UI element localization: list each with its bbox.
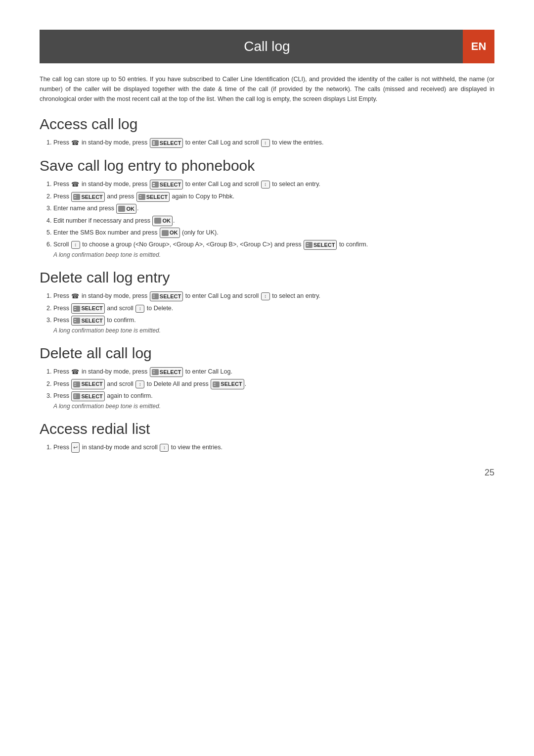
note-text: A long confirmation beep tone is emitted… (53, 326, 494, 335)
redial-icon: ↩ (71, 442, 80, 453)
select-icon (73, 381, 80, 387)
handset-icon: ☎ (71, 291, 79, 302)
section-title-delete-all-call-log: Delete all call log (40, 345, 494, 362)
select-button-label: SELECT (304, 240, 337, 250)
access-call-log-steps: Press ☎ in stand-by mode, press SELECT t… (53, 138, 494, 148)
ok-button-label: OK (116, 204, 136, 214)
section-access-redial: Access redial list Press ↩ in stand-by m… (40, 421, 494, 453)
list-item: Press ☎ in stand-by mode, press SELECT t… (53, 179, 494, 190)
section-access-call-log: Access call log Press ☎ in stand-by mode… (40, 116, 494, 148)
access-redial-steps: Press ↩ in stand-by mode and scroll ↕ to… (53, 442, 494, 453)
delete-call-log-steps: Press ☎ in stand-by mode, press SELECT t… (53, 291, 494, 336)
list-item: Press ☎ in stand-by mode, press SELECT t… (53, 291, 494, 302)
select-button-label: SELECT (71, 303, 104, 314)
select-icon (306, 242, 312, 248)
handset-icon: ☎ (71, 138, 79, 148)
select-icon (152, 293, 159, 299)
intro-text: The call log can store up to 50 entries.… (40, 74, 494, 104)
select-icon (73, 318, 80, 324)
select-icon (213, 381, 220, 387)
page-title: Call log (244, 39, 290, 54)
list-item: Press ☎ in stand-by mode, press SELECT t… (53, 367, 494, 378)
handset-icon: ☎ (71, 367, 79, 378)
note-text: A long confirmation beep tone is emitted… (53, 401, 494, 411)
section-title-delete-call-log: Delete call log entry (40, 269, 494, 286)
list-item: Press SELECT again to confirm. A long co… (53, 391, 494, 412)
list-item: Press SELECT and press SELECT again to C… (53, 191, 494, 202)
select-icon (152, 140, 159, 146)
select-icon (138, 194, 145, 200)
select-icon (152, 369, 159, 375)
select-button-label: SELECT (71, 192, 104, 202)
note-text: A long confirmation beep tone is emitted… (53, 250, 494, 260)
page-header: Call log EN (40, 30, 494, 63)
select-icon (73, 393, 80, 399)
select-button-label: SELECT (71, 316, 104, 326)
select-icon (73, 306, 80, 312)
list-item: Scroll ↕ to choose a group (<No Group>, … (53, 239, 494, 260)
delete-all-call-log-steps: Press ☎ in stand-by mode, press SELECT t… (53, 367, 494, 412)
select-button-label: SELECT (150, 180, 183, 190)
scroll-icon: ↕ (135, 380, 144, 388)
scroll-icon: ↕ (261, 181, 270, 189)
scroll-icon: ↕ (160, 444, 169, 452)
scroll-icon: ↕ (135, 305, 144, 313)
language-badge: EN (463, 30, 494, 63)
select-button-label: SELECT (211, 379, 244, 389)
list-item: Press ☎ in stand-by mode, press SELECT t… (53, 138, 494, 148)
select-button-label: SELECT (136, 192, 170, 202)
scroll-icon: ↕ (261, 292, 270, 300)
list-item: Press SELECT to confirm. A long confirma… (53, 315, 494, 336)
scroll-icon: ↕ (71, 241, 80, 249)
ok-button-label: OK (160, 228, 180, 238)
ok-icon (118, 206, 125, 212)
list-item: Press SELECT and scroll ↕ to Delete. (53, 303, 494, 314)
list-item: Edit number if necessary and press OK. (53, 216, 494, 226)
section-title-access-call-log: Access call log (40, 116, 494, 133)
list-item: Press SELECT and scroll ↕ to Delete All … (53, 379, 494, 389)
list-item: Enter the SMS Box number and press OK (o… (53, 228, 494, 238)
save-call-log-steps: Press ☎ in stand-by mode, press SELECT t… (53, 179, 494, 260)
select-button-label: SELECT (71, 391, 104, 402)
ok-icon (162, 230, 169, 236)
select-icon (152, 182, 159, 188)
select-button-label: SELECT (71, 379, 104, 389)
section-delete-all-call-log: Delete all call log Press ☎ in stand-by … (40, 345, 494, 412)
list-item: Press ↩ in stand-by mode and scroll ↕ to… (53, 442, 494, 453)
select-button-label: SELECT (150, 367, 183, 378)
page-number: 25 (40, 468, 494, 478)
ok-icon (154, 218, 161, 224)
list-item: Enter name and press OK. (53, 203, 494, 214)
select-button-label: SELECT (150, 291, 183, 302)
section-title-save-call-log: Save call log entry to phonebook (40, 157, 494, 174)
scroll-icon: ↕ (261, 139, 270, 147)
select-icon (73, 194, 80, 200)
ok-button-label: OK (152, 216, 173, 226)
handset-icon: ☎ (71, 179, 79, 190)
select-button-label: SELECT (150, 138, 183, 148)
section-save-call-log: Save call log entry to phonebook Press ☎… (40, 157, 494, 260)
section-delete-call-log: Delete call log entry Press ☎ in stand-b… (40, 269, 494, 336)
section-title-access-redial: Access redial list (40, 421, 494, 437)
